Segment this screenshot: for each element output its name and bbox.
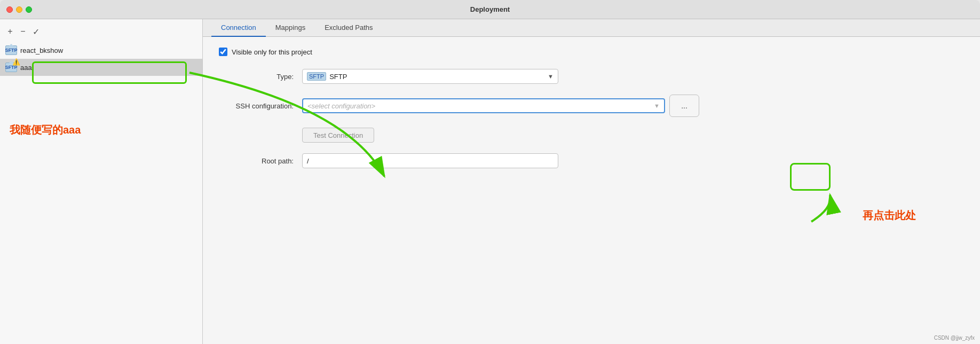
type-row: Type: SFTP SFTP ▼ (219, 69, 964, 84)
type-label: Type: (219, 73, 294, 81)
watermark: CSDN @jjw_zyfx (934, 335, 975, 341)
minimize-button[interactable] (16, 6, 22, 13)
confirm-button[interactable]: ✓ (30, 26, 42, 37)
type-select-inner: SFTP SFTP (307, 72, 347, 81)
ssh-dropdown-arrow-icon: ▼ (654, 103, 660, 109)
deployment-window: Deployment + − ✓ SFTP react_bkshow (0, 0, 980, 344)
ellipsis-icon: ... (681, 101, 687, 110)
tab-connection[interactable]: Connection (211, 19, 266, 37)
sidebar-toolbar: + − ✓ (0, 24, 202, 42)
test-connection-button[interactable]: Test Connection (302, 128, 374, 143)
tabs-bar: Connection Mappings Excluded Paths (203, 19, 980, 37)
visible-only-checkbox[interactable] (219, 48, 227, 56)
type-sftp-icon: SFTP (307, 72, 326, 81)
traffic-lights (6, 6, 32, 13)
warning-badge-icon: ⚠️ (12, 58, 20, 66)
add-server-button[interactable]: + (4, 26, 16, 37)
main-content: + − ✓ SFTP react_bkshow SFTP ⚠️ (0, 19, 980, 344)
remove-server-button[interactable]: − (17, 26, 29, 37)
sidebar: + − ✓ SFTP react_bkshow SFTP ⚠️ (0, 19, 203, 344)
window-title: Deployment (470, 5, 510, 13)
visible-only-text: Visible only for this project (232, 48, 312, 56)
right-annotation-text: 再点击此处 (863, 208, 916, 223)
root-path-label: Root path: (219, 157, 294, 165)
dropdown-arrow-icon: ▼ (548, 73, 554, 80)
right-panel: Connection Mappings Excluded Paths Visib… (203, 19, 980, 344)
type-value: SFTP (329, 73, 347, 81)
visible-only-row: Visible only for this project (219, 48, 964, 56)
root-path-row: Root path: (219, 153, 964, 168)
left-annotation-text: 我随便写的aaa (10, 123, 81, 137)
title-bar: Deployment (0, 0, 980, 19)
sidebar-item-label: react_bkshow (20, 46, 63, 54)
ssh-browse-button[interactable]: ... (669, 95, 699, 117)
ssh-config-select[interactable]: <select configuration> ▼ (302, 98, 665, 113)
sidebar-item-aaa[interactable]: SFTP ⚠️ aaa (0, 59, 202, 76)
sidebar-item-label: aaa (20, 64, 32, 72)
close-button[interactable] (6, 6, 13, 13)
ssh-config-row: SSH configuration: <select configuration… (219, 95, 964, 117)
ssh-label: SSH configuration: (219, 102, 294, 110)
sidebar-items: SFTP react_bkshow SFTP ⚠️ aaa (0, 42, 202, 340)
sftp-icon: SFTP (5, 44, 17, 56)
sidebar-item-react-bkshow[interactable]: SFTP react_bkshow (0, 42, 202, 59)
sftp-warning-icon: SFTP ⚠️ (5, 61, 17, 73)
tab-mappings[interactable]: Mappings (266, 19, 315, 37)
visible-only-label[interactable]: Visible only for this project (219, 48, 312, 56)
root-path-input[interactable] (302, 153, 558, 168)
panel-content: Visible only for this project Type: SFTP… (203, 37, 980, 344)
tab-excluded-paths[interactable]: Excluded Paths (315, 19, 382, 37)
maximize-button[interactable] (26, 6, 32, 13)
type-select[interactable]: SFTP SFTP ▼ (302, 69, 558, 84)
ssh-config-container: <select configuration> ▼ ... (302, 95, 699, 117)
test-connection-row: Test Connection (219, 128, 964, 143)
ssh-placeholder: <select configuration> (307, 102, 375, 110)
